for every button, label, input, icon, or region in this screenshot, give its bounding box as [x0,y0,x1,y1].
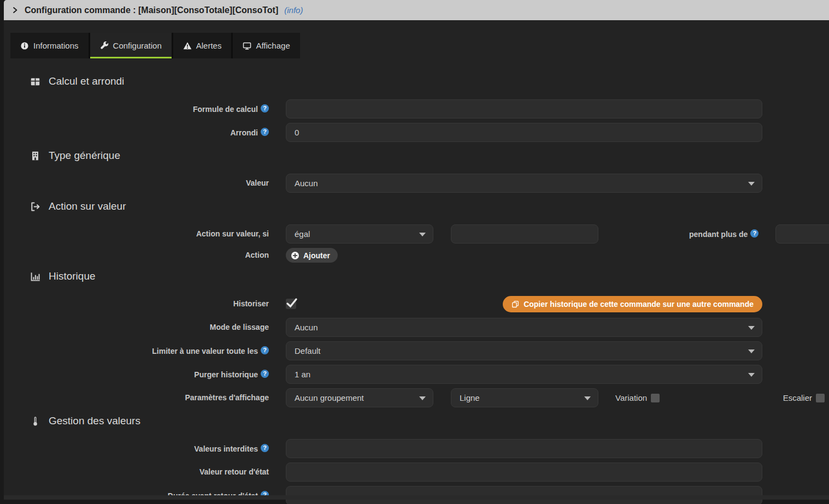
plus-circle-icon [291,251,299,260]
warning-triangle-icon [183,41,192,50]
tab-affichage[interactable]: Affichage [233,33,299,58]
row-action: Action Ajouter [4,248,829,263]
condition-select-value: égal [295,229,310,239]
section-type-generique: Type générique [30,150,829,162]
pendant-plus-de-input[interactable] [775,224,829,244]
building-icon [30,151,40,161]
historiser-checkbox[interactable] [286,299,296,309]
info-circle-icon [20,41,29,50]
row-valeur-retour-etat: Valeur retour d'état [4,463,829,482]
style-graphe-select-value: Ligne [460,393,480,402]
caret-down-icon [748,349,755,353]
copier-historique-label: Copier historique de cette commande sur … [524,300,754,309]
groupement-select-value: Aucun groupement [295,393,364,402]
section-title: Gestion des valeurs [49,415,140,427]
section-gestion-des-valeurs: Gestion des valeurs [30,415,829,427]
row-historiser: Historiser Copier historique de cette co… [4,294,829,313]
tab-label: Configuration [113,41,162,50]
lissage-select[interactable]: Aucun [286,318,762,337]
action-si-label: Action sur valeur, si [4,229,269,239]
tab-alertes[interactable]: Alertes [173,33,232,58]
retour-etat-label: Valeur retour d'état [4,467,269,477]
copier-historique-button[interactable]: Copier historique de cette commande sur … [503,296,762,312]
action-label: Action [4,251,269,260]
purger-label: Purger historique? [4,370,269,380]
dialog-titlebar: Configuration commande : [Maison][ConsoT… [4,0,829,20]
formule-label: Formule de calcul? [4,104,269,114]
escalier-label: Escalier [783,393,812,402]
variation-checkbox[interactable] [651,394,660,402]
tab-bar: Informations Configuration Alertes Affic… [10,33,300,58]
row-valeurs-interdites: Valeurs interdites? [4,439,829,458]
section-title: Historique [49,270,96,282]
wrench-icon [100,41,109,50]
tab-informations[interactable]: Informations [10,33,89,58]
row-mode-de-lissage: Mode de lissage Aucun [4,318,829,337]
limiter-select[interactable]: Default [286,341,762,360]
retour-etat-input[interactable] [286,463,762,482]
copy-icon [511,300,519,308]
row-action-sur-valeur-si: Action sur valeur, si égal pendant plus … [4,224,829,244]
condition-select[interactable]: égal [286,224,433,244]
dialog-bottom-edge [4,495,829,500]
caret-down-icon [748,373,755,377]
checkmark-icon [286,297,298,309]
dialog-content: Informations Configuration Alertes Affic… [4,20,829,500]
style-graphe-select[interactable]: Ligne [451,388,598,407]
section-historique: Historique [30,270,829,282]
chevron-right-icon[interactable] [11,7,19,14]
section-calcul-et-arrondi: Calcul et arrondi [30,75,829,87]
limiter-select-value: Default [295,346,321,355]
limiter-label: Limiter à une valeur toute les? [4,346,269,356]
caret-down-icon [419,233,426,236]
tab-configuration[interactable]: Configuration [90,33,172,58]
valeur-label: Valeur [4,179,269,188]
chart-bar-icon [30,271,40,282]
escalier-checkbox[interactable] [816,394,825,402]
help-icon[interactable]: ? [261,370,269,378]
row-purger-historique: Purger historique? 1 an [4,365,829,384]
lissage-label: Mode de lissage [4,323,269,332]
caret-down-icon [584,396,591,400]
caret-down-icon [419,396,426,400]
help-icon[interactable]: ? [261,104,269,112]
help-icon[interactable]: ? [261,346,269,354]
interdites-label: Valeurs interdites? [4,444,269,454]
tab-label: Informations [33,41,79,50]
arrondi-label: Arrondi? [4,128,269,138]
interdites-input[interactable] [286,439,762,458]
ajouter-button[interactable]: Ajouter [286,248,338,263]
section-title: Type générique [49,150,120,162]
dialog-title: Configuration commande : [Maison][ConsoT… [25,5,278,15]
row-limiter-valeur: Limiter à une valeur toute les? Default [4,341,829,360]
help-icon[interactable]: ? [261,128,269,136]
pendant-plus-de-label: pendant plus de? [689,229,759,239]
configuration-form: Calcul et arrondi Formule de calcul? Arr… [4,75,829,504]
purger-select[interactable]: 1 an [286,365,762,384]
purger-select-value: 1 an [295,370,310,379]
row-arrondi: Arrondi? [4,123,829,142]
sign-out-icon [30,201,40,212]
caret-down-icon [748,182,755,186]
tab-label: Affichage [256,41,290,50]
valeur-select-value: Aucun [295,179,318,188]
parametres-label: Paramètres d'affichage [4,393,269,402]
monitor-icon [243,41,251,50]
help-icon[interactable]: ? [261,444,269,452]
table-icon [30,76,40,87]
tab-label: Alertes [196,41,222,50]
section-title: Calcul et arrondi [49,75,124,87]
arrondi-input[interactable] [286,123,762,142]
thermometer-icon [30,416,40,426]
row-valeur: Valeur Aucun [4,174,829,193]
info-link[interactable]: (info) [284,5,303,15]
help-icon[interactable]: ? [750,229,759,238]
valeur-select[interactable]: Aucun [286,174,762,193]
historiser-label: Historiser [4,299,269,309]
groupement-select[interactable]: Aucun groupement [286,388,433,407]
ajouter-button-label: Ajouter [303,251,330,260]
condition-value-input[interactable] [451,224,598,244]
section-action-sur-valeur: Action sur valeur [30,200,829,212]
formule-input[interactable] [286,99,762,118]
variation-label: Variation [615,393,647,402]
